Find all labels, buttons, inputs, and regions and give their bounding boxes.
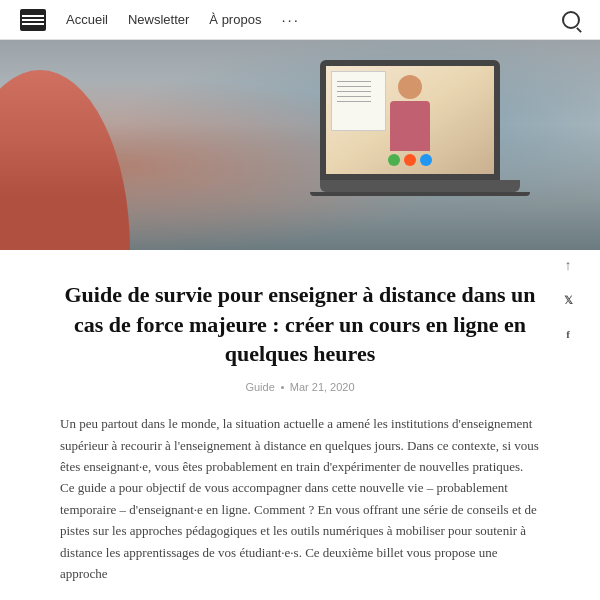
social-sidebar: ↑ 𝕏 f — [556, 254, 580, 346]
scroll-up-button[interactable]: ↑ — [556, 254, 580, 278]
nav-newsletter[interactable]: Newsletter — [128, 12, 189, 27]
article-meta: Guide Mar 21, 2020 — [60, 381, 540, 393]
article-date: Mar 21, 2020 — [290, 381, 355, 393]
hero-image — [0, 40, 600, 250]
laptop-visual — [320, 60, 520, 215]
teacher-body — [390, 101, 430, 151]
person-studying — [0, 70, 130, 250]
facebook-share-button[interactable]: f — [556, 322, 580, 346]
nav-more[interactable]: ··· — [281, 11, 300, 28]
main-nav: Accueil Newsletter À propos ··· — [66, 11, 562, 28]
laptop-base — [320, 180, 520, 192]
article-body: Un peu partout dans le monde, la situati… — [60, 413, 540, 585]
whiteboard — [331, 71, 386, 131]
site-header: Accueil Newsletter À propos ··· — [0, 0, 600, 40]
laptop-screen — [320, 60, 500, 180]
red-dot-icon — [404, 154, 416, 166]
article-title: Guide de survie pour enseigner à distanc… — [60, 280, 540, 369]
article: Guide de survie pour enseigner à distanc… — [0, 250, 600, 600]
meta-separator — [281, 386, 284, 389]
teacher-figure — [380, 75, 440, 165]
blue-dot-icon — [420, 154, 432, 166]
twitter-share-button[interactable]: 𝕏 — [556, 288, 580, 312]
logo-icon — [20, 9, 46, 31]
site-logo[interactable] — [20, 9, 46, 31]
nav-accueil[interactable]: Accueil — [66, 12, 108, 27]
nav-apropos[interactable]: À propos — [209, 12, 261, 27]
screen-icons — [388, 154, 432, 166]
search-icon[interactable] — [562, 11, 580, 29]
green-dot-icon — [388, 154, 400, 166]
article-category: Guide — [245, 381, 274, 393]
screen-content — [326, 66, 494, 174]
teacher-head — [398, 75, 422, 99]
